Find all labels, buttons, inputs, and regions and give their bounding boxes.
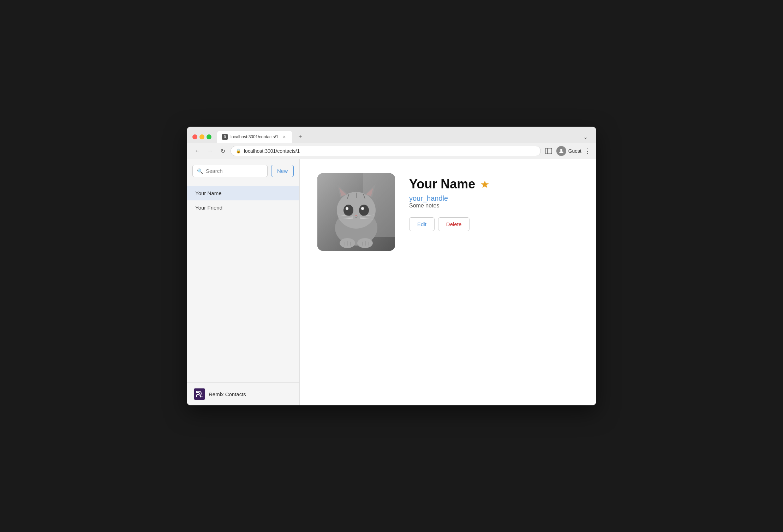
- account-button[interactable]: Guest: [556, 146, 581, 156]
- account-avatar-icon: [556, 146, 566, 156]
- tab-title-text: localhost:3001/contacts/1: [231, 134, 278, 139]
- main-content: Your Name ★ your_handle Some notes Edit …: [300, 159, 596, 405]
- address-url-text: localhost:3001/contacts/1: [244, 148, 536, 154]
- contact-handle[interactable]: your_handle: [409, 194, 448, 202]
- svg-point-16: [343, 205, 353, 216]
- svg-point-17: [359, 205, 369, 216]
- minimize-window-button[interactable]: [199, 134, 204, 139]
- svg-point-18: [346, 207, 348, 210]
- browser-window: R localhost:3001/contacts/1 × + ⌄ ← → ↻ …: [187, 127, 596, 405]
- contact-list-item-2[interactable]: Your Friend: [187, 200, 299, 215]
- svg-point-27: [340, 238, 355, 248]
- forward-button[interactable]: →: [205, 146, 215, 156]
- sidebar-footer: Remix Contacts: [187, 382, 299, 405]
- new-tab-button[interactable]: +: [295, 132, 305, 142]
- traffic-lights: [192, 134, 211, 139]
- contact-actions: Edit Delete: [409, 217, 579, 231]
- edit-button[interactable]: Edit: [409, 217, 435, 231]
- delete-button[interactable]: Delete: [438, 217, 470, 231]
- address-bar[interactable]: 🔒 localhost:3001/contacts/1: [231, 146, 541, 156]
- contact-info: Your Name ★ your_handle Some notes Edit …: [409, 173, 579, 231]
- address-lock-icon: 🔒: [236, 149, 241, 153]
- remix-logo-icon: [194, 388, 205, 400]
- contact-avatar: [317, 173, 395, 251]
- svg-point-19: [361, 207, 364, 210]
- browser-tab-active[interactable]: R localhost:3001/contacts/1 ×: [217, 131, 292, 143]
- nav-bar: ← → ↻ 🔒 localhost:3001/contacts/1: [187, 143, 596, 159]
- contact-name: Your Name: [409, 177, 475, 192]
- sidebar: 🔍 New Your Name Your Friend R: [187, 159, 300, 405]
- contact-item-name: Your Name: [195, 190, 222, 196]
- sidebar-toggle-button[interactable]: [544, 146, 554, 156]
- back-button[interactable]: ←: [192, 146, 202, 156]
- nav-right-controls: Guest ⋮: [544, 146, 591, 156]
- sidebar-footer-app-name: Remix Contacts: [209, 391, 246, 397]
- favorite-star-icon: ★: [480, 178, 490, 191]
- sidebar-search-area: 🔍 New: [187, 159, 299, 183]
- refresh-button[interactable]: ↻: [218, 146, 228, 156]
- browser-menu-button[interactable]: ⋮: [584, 147, 591, 155]
- contact-name-row: Your Name ★: [409, 177, 579, 192]
- contact-item-name: Your Friend: [195, 205, 222, 211]
- app-content: 🔍 New Your Name Your Friend R: [187, 159, 596, 405]
- tab-dropdown-button[interactable]: ⌄: [580, 134, 591, 140]
- title-bar: R localhost:3001/contacts/1 × + ⌄: [187, 127, 596, 143]
- svg-point-2: [560, 149, 562, 151]
- svg-rect-0: [545, 148, 552, 154]
- contact-list: Your Name Your Friend: [187, 183, 299, 382]
- svg-point-28: [357, 238, 373, 248]
- maximize-window-button[interactable]: [207, 134, 211, 139]
- browser-chrome: R localhost:3001/contacts/1 × + ⌄ ← → ↻ …: [187, 127, 596, 159]
- search-input-wrapper[interactable]: 🔍: [192, 165, 268, 177]
- search-icon: 🔍: [197, 168, 203, 174]
- search-input[interactable]: [206, 168, 263, 174]
- tab-close-button[interactable]: ×: [281, 134, 287, 140]
- new-contact-button[interactable]: New: [271, 165, 294, 177]
- contact-detail: Your Name ★ your_handle Some notes Edit …: [317, 173, 579, 251]
- close-window-button[interactable]: [192, 134, 197, 139]
- contact-notes: Some notes: [409, 202, 579, 209]
- account-name-text: Guest: [568, 148, 581, 154]
- tab-favicon-icon: R: [222, 134, 228, 140]
- contact-list-item-1[interactable]: Your Name: [187, 186, 299, 200]
